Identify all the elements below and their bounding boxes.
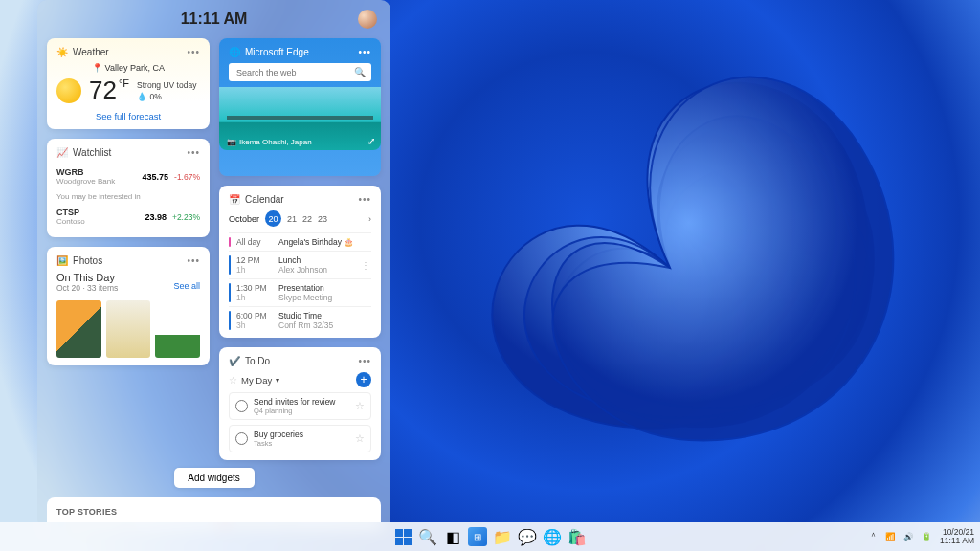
photo-thumb[interactable]	[56, 300, 101, 358]
forecast-link[interactable]: See full forecast	[56, 111, 200, 121]
wifi-icon[interactable]: 📶	[885, 532, 896, 541]
event-time: All day	[236, 237, 273, 247]
event-duration: 3h	[236, 320, 273, 330]
battery-icon[interactable]: 🔋	[922, 532, 932, 541]
stock-price: 435.75	[143, 172, 169, 182]
calendar-day-selected[interactable]: 20	[265, 210, 281, 227]
taskbar-datetime[interactable]: 10/20/21 11:11 AM	[940, 528, 974, 545]
user-avatar[interactable]	[358, 10, 377, 29]
edge-icon: 🌐	[229, 46, 240, 57]
event-title: Angela's Birthday 🎂	[278, 237, 354, 247]
calendar-day[interactable]: 23	[318, 214, 327, 224]
event-title: Presentation	[278, 283, 332, 293]
calendar-day[interactable]: 21	[287, 214, 297, 224]
calendar-icon: 📅	[229, 193, 240, 205]
watchlist-icon: 📈	[56, 146, 68, 158]
star-icon[interactable]: ☆	[355, 400, 365, 412]
task-sub: Q4 planning	[254, 407, 336, 415]
event-more-icon[interactable]: ⋮	[361, 260, 371, 271]
tray-chevron-icon[interactable]: ＾	[869, 531, 878, 542]
start-button[interactable]	[393, 527, 412, 546]
task-checkbox[interactable]	[235, 400, 248, 412]
card-title: Photos	[73, 255, 102, 266]
explorer-icon[interactable]: 📁	[493, 527, 512, 546]
event-time: 12 PM	[236, 255, 273, 265]
stock-symbol: CTSP	[56, 208, 85, 217]
calendar-event[interactable]: 6:00 PM3hStudio TimeConf Rm 32/35	[229, 306, 371, 334]
taskview-icon[interactable]: ◧	[443, 527, 462, 546]
edge-icon[interactable]: 🌐	[543, 527, 562, 546]
calendar-event[interactable]: All dayAngela's Birthday 🎂	[229, 232, 371, 251]
calendar-card[interactable]: 📅 Calendar ••• October 20 21 22 23 › All…	[219, 186, 381, 338]
todo-list-name[interactable]: My Day	[241, 375, 272, 386]
desktop: 11:11 AM ☀️ Weather ••• 📍 Valley Park, C…	[0, 0, 980, 551]
location-pin-icon: 📍	[92, 63, 102, 73]
weather-location: Valley Park, CA	[105, 63, 165, 73]
photos-card[interactable]: 🖼️ Photos ••• On This Day Oct 20 · 33 it…	[47, 247, 210, 365]
search-input[interactable]	[234, 67, 354, 78]
panel-clock: 11:11 AM	[181, 11, 248, 28]
photo-thumb[interactable]	[106, 300, 151, 358]
search-box[interactable]: 🔍	[229, 63, 371, 81]
event-sub: Conf Rm 32/35	[278, 320, 333, 330]
add-widgets-button[interactable]: Add widgets	[174, 468, 255, 488]
chevron-right-icon[interactable]: ›	[368, 214, 371, 224]
card-title: Watchlist	[73, 147, 111, 158]
expand-icon[interactable]: ⤢	[368, 136, 375, 146]
more-icon[interactable]: •••	[187, 47, 200, 57]
calendar-event[interactable]: 1:30 PM1hPresentationSkype Meeting	[229, 278, 371, 306]
more-icon[interactable]: •••	[187, 255, 200, 266]
event-duration: 1h	[236, 265, 273, 275]
stock-price: 23.98	[145, 212, 167, 222]
more-icon[interactable]: •••	[187, 147, 200, 158]
weather-unit: °F	[119, 78, 129, 88]
event-sub: Alex Johnson	[278, 265, 327, 275]
widgets-icon[interactable]: ⊞	[468, 527, 487, 546]
volume-icon[interactable]: 🔊	[903, 532, 914, 541]
search-icon[interactable]: 🔍	[354, 67, 366, 77]
stock-change: -1.67%	[174, 172, 200, 182]
card-title: Microsoft Edge	[245, 47, 309, 57]
more-icon[interactable]: •••	[358, 356, 371, 366]
more-icon[interactable]: •••	[358, 47, 371, 57]
event-title: Lunch	[278, 255, 327, 265]
photos-icon: 🖼️	[56, 254, 68, 266]
todo-card[interactable]: ✔️ To Do ••• ☆ My Day ▾ + Send invites f…	[219, 347, 381, 460]
weather-icon: ☀️	[56, 46, 68, 57]
card-title: To Do	[245, 356, 270, 366]
calendar-day[interactable]: 22	[302, 214, 312, 224]
chevron-down-icon[interactable]: ▾	[276, 376, 279, 385]
event-bar	[229, 255, 231, 275]
todo-icon: ✔️	[229, 355, 240, 366]
edge-image: 📷Ikema Ohashi, Japan ⤢	[219, 87, 381, 150]
event-time: 1:30 PM	[236, 283, 273, 293]
weather-detail-1: Strong UV today	[137, 79, 196, 91]
event-sub: Skype Meeting	[278, 293, 332, 302]
calendar-event[interactable]: 12 PM1hLunchAlex Johnson⋮	[229, 251, 371, 278]
star-icon: ☆	[229, 375, 237, 386]
store-icon[interactable]: 🛍️	[568, 527, 587, 546]
image-caption: Ikema Ohashi, Japan	[239, 138, 312, 146]
todo-task[interactable]: Send invites for reviewQ4 planning☆	[229, 392, 371, 420]
task-title: Buy groceries	[254, 430, 303, 439]
event-bar	[229, 311, 231, 330]
taskbar: 🔍 ◧ ⊞ 📁 💬 🌐 🛍️ ＾ 📶 🔊 🔋 10/20/21 11:11 AM	[0, 522, 980, 551]
chat-icon[interactable]: 💬	[518, 527, 537, 546]
add-task-button[interactable]: +	[356, 372, 371, 387]
search-icon[interactable]: 🔍	[418, 527, 437, 546]
see-all-link[interactable]: See all	[173, 281, 200, 291]
weather-temp: 72	[89, 76, 117, 105]
edge-card[interactable]: 🌐 Microsoft Edge ••• 🔍 📷Ikema Ohashi, Ja…	[219, 38, 381, 176]
more-icon[interactable]: •••	[358, 194, 371, 205]
weather-card[interactable]: ☀️ Weather ••• 📍 Valley Park, CA 72°F St…	[47, 38, 210, 129]
task-checkbox[interactable]	[235, 432, 248, 445]
todo-task[interactable]: Buy groceriesTasks☆	[229, 425, 371, 452]
event-time: 6:00 PM	[236, 311, 273, 320]
card-title: Weather	[73, 47, 109, 57]
watchlist-card[interactable]: 📈 Watchlist ••• WGRBWoodgrove Bank 435.7…	[47, 139, 210, 237]
calendar-month[interactable]: October	[229, 214, 259, 224]
star-icon[interactable]: ☆	[355, 432, 365, 445]
photo-thumb[interactable]	[155, 300, 200, 358]
stock-row[interactable]: WGRBWoodgrove Bank 435.75 -1.67%	[56, 164, 200, 189]
stock-row[interactable]: CTSPContoso 23.98 +2.23%	[56, 204, 200, 230]
